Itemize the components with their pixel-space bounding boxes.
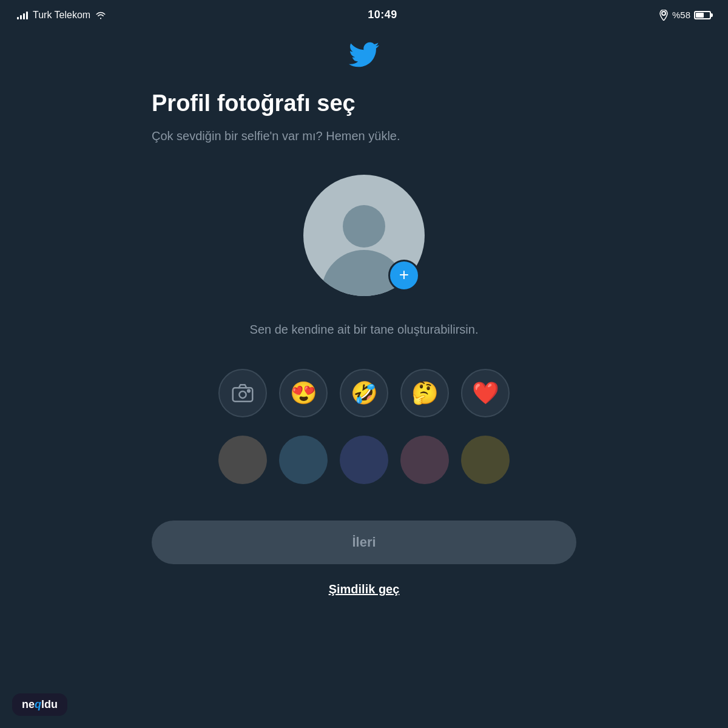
status-bar: Turk Telekom 10:49 %58 [0,0,728,27]
status-time: 10:49 [368,8,397,21]
avatar-head [343,205,385,248]
signal-bars-icon [17,11,28,19]
create-hint: Sen de kendine ait bir tane oluşturabili… [250,320,479,339]
watermark-text: neqldu [22,698,58,710]
color-option-4[interactable] [400,436,449,484]
twitter-logo [349,39,379,72]
emoji-thinking[interactable]: 🤔 [400,369,449,417]
carrier-name: Turk Telekom [33,10,90,21]
avatar-container: + [303,175,425,296]
wifi-icon [95,11,106,19]
location-icon [659,10,669,21]
svg-point-0 [662,12,666,15]
camera-icon [232,384,254,402]
skip-link[interactable]: Şimdilik geç [329,582,400,596]
page-title: Profil fotoğrafı seç [152,90,576,116]
color-option-2[interactable] [279,436,328,484]
emoji-heart-eyes[interactable]: 😍 [279,369,328,417]
plus-icon: + [399,266,409,283]
color-option-1[interactable] [218,436,267,484]
watermark: neqldu [12,693,67,716]
color-option-5[interactable] [461,436,510,484]
emoji-heart[interactable]: ❤️ [461,369,510,417]
svg-point-3 [248,389,250,392]
emoji-options-row: 😍 🤣 🤔 ❤️ [218,369,510,417]
status-right: %58 [659,10,711,21]
next-button[interactable]: İleri [152,521,576,564]
twitter-bird-icon [349,39,379,70]
camera-option-button[interactable] [218,369,267,417]
emoji-rolling-laugh[interactable]: 🤣 [340,369,388,417]
main-content: Profil fotoğrafı seç Çok sevdiğin bir se… [0,90,728,608]
svg-point-2 [239,391,246,398]
color-options-row [218,436,510,484]
add-photo-button[interactable]: + [388,260,420,291]
status-left: Turk Telekom [17,10,106,21]
battery-percent: %58 [672,10,690,20]
page-subtitle: Çok sevdiğin bir selfie'n var mı? Hemen … [152,127,576,144]
color-option-3[interactable] [340,436,388,484]
battery-icon [694,11,711,19]
